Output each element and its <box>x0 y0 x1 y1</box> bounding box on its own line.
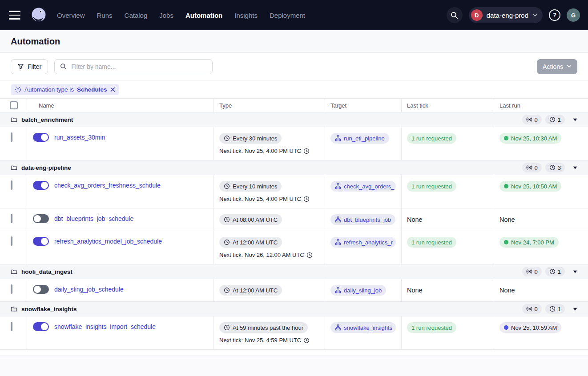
schedule-toggle[interactable] <box>33 322 49 331</box>
group-expand-caret[interactable] <box>573 270 577 273</box>
group-name: data-eng-pipeline <box>21 164 71 171</box>
target-pill[interactable]: dbt_blueprints_job <box>330 214 395 225</box>
filters-toolbar: Filter Actions <box>0 53 588 80</box>
last-run-label: Nov 25, 10:59 AM <box>511 324 557 331</box>
automation-name-link[interactable]: run_assets_30min <box>54 133 105 142</box>
automation-name-link[interactable]: dbt_blueprints_job_schedule <box>54 214 133 223</box>
run-status-dot <box>504 325 508 330</box>
sensor-count-badge: 0 <box>522 267 542 276</box>
schedule-pill-label: Every 30 minutes <box>233 135 277 142</box>
folder-icon <box>11 164 17 171</box>
filter-chip-prefix: Automation type is <box>24 86 74 93</box>
nav-catalog[interactable]: Catalog <box>125 12 148 19</box>
group-name: hooli_data_ingest <box>21 268 72 275</box>
last-run-status[interactable]: Nov 25, 10:59 AM <box>499 322 561 333</box>
clock-icon <box>224 183 230 189</box>
nav-jobs[interactable]: Jobs <box>159 12 173 19</box>
last-tick-status: 1 run requested <box>407 237 456 248</box>
nav-deployment[interactable]: Deployment <box>270 12 305 19</box>
group-row[interactable]: data-eng-pipeline 0 3 <box>0 160 588 175</box>
caret-down-icon <box>573 308 577 311</box>
last-run-status[interactable]: Nov 25, 10:50 AM <box>499 181 561 192</box>
last-run-status[interactable]: Nov 25, 10:30 AM <box>499 133 561 144</box>
group-expand-caret[interactable] <box>573 118 577 121</box>
primary-nav: Overview Runs Catalog Jobs Automation In… <box>57 12 305 19</box>
automation-name-link[interactable]: snowflake_insights_import_schedule <box>54 322 156 331</box>
clock-icon <box>303 337 310 344</box>
job-graph-icon <box>335 324 341 331</box>
automation-name-link[interactable]: check_avg_orders_freshness_schdule <box>54 181 161 190</box>
last-tick-label: 1 run requested <box>411 324 452 331</box>
last-tick-label: 1 run requested <box>411 183 452 190</box>
target-pill[interactable]: check_avg_orders_ <box>330 181 396 192</box>
clock-icon <box>549 306 556 312</box>
nav-automation[interactable]: Automation <box>185 12 222 19</box>
schedule-toggle[interactable] <box>33 285 49 294</box>
last-run-status[interactable]: Nov 24, 7:00 PM <box>499 237 559 248</box>
select-all-checkbox[interactable] <box>10 101 18 109</box>
nav-runs[interactable]: Runs <box>97 12 113 19</box>
group-schedule-count: 1 <box>558 268 561 275</box>
nav-overview[interactable]: Overview <box>57 12 85 19</box>
hamburger-menu-icon[interactable] <box>9 11 20 20</box>
schedule-pill: Every 30 minutes <box>219 133 282 144</box>
clock-icon <box>549 268 556 275</box>
column-header-last-run: Last run <box>494 99 588 112</box>
row-checkbox[interactable] <box>11 236 12 246</box>
next-tick: Next tick: Nov 25, 4:59 PM UTC <box>219 337 319 344</box>
group-row[interactable]: batch_enrichment 0 1 <box>0 112 588 127</box>
filter-button[interactable]: Filter <box>11 59 48 74</box>
group-sensor-count: 0 <box>535 164 538 171</box>
target-pill-label: snowflake_insights <box>344 324 392 331</box>
sensor-count-badge: 0 <box>522 163 542 172</box>
last-run-none: None <box>499 287 515 294</box>
schedule-toggle[interactable] <box>33 181 49 190</box>
target-pill[interactable]: run_etl_pipeline <box>330 133 389 144</box>
schedule-toggle[interactable] <box>33 214 49 223</box>
group-row[interactable]: hooli_data_ingest 0 1 <box>0 264 588 279</box>
filter-chip-value: Schedules <box>77 86 107 93</box>
caret-down-icon <box>573 270 577 273</box>
name-filter-input[interactable] <box>70 63 207 71</box>
row-checkbox[interactable] <box>11 214 12 223</box>
target-pill-label: dbt_blueprints_job <box>344 216 391 223</box>
schedule-pill-label: At 12:00 AM UTC <box>233 239 278 246</box>
target-pill[interactable]: daily_sling_job <box>330 285 386 296</box>
schedule-pill: At 12:00 AM UTC <box>219 237 282 248</box>
active-filter-chip[interactable]: Automation type is Schedules <box>11 84 119 95</box>
automation-name-link[interactable]: daily_sling_job_schedule <box>54 285 124 294</box>
clock-icon <box>224 287 230 293</box>
table-row: run_assets_30min Every 30 minutes Next t… <box>0 127 588 160</box>
automation-name-link[interactable]: refresh_analytics_model_job_schedule <box>54 237 162 246</box>
last-run-label: Nov 24, 7:00 PM <box>511 239 554 246</box>
actions-button[interactable]: Actions <box>537 59 577 74</box>
row-checkbox[interactable] <box>11 284 12 294</box>
user-avatar[interactable]: G <box>567 8 580 22</box>
group-schedule-count: 1 <box>558 306 561 312</box>
target-pill[interactable]: refresh_analytics_r <box>330 237 396 248</box>
group-expand-caret[interactable] <box>573 166 577 169</box>
nav-insights[interactable]: Insights <box>234 12 258 19</box>
schedule-toggle[interactable] <box>33 237 49 246</box>
group-name: snowflake_insights <box>21 306 77 312</box>
schedule-toggle[interactable] <box>33 133 49 142</box>
run-status-dot <box>504 136 508 140</box>
target-pill[interactable]: snowflake_insights <box>330 322 396 333</box>
row-checkbox[interactable] <box>11 132 12 142</box>
clock-icon <box>549 164 556 171</box>
search-icon <box>60 63 67 70</box>
schedule-pill: Every 10 minutes <box>219 181 282 192</box>
search-button[interactable] <box>447 7 463 23</box>
group-expand-caret[interactable] <box>573 308 577 311</box>
row-checkbox[interactable] <box>11 322 12 331</box>
chevron-down-icon <box>567 65 572 68</box>
help-button[interactable]: ? <box>549 9 560 21</box>
deployment-switcher[interactable]: D data-eng-prod <box>469 7 543 23</box>
sensor-icon <box>526 164 532 171</box>
dagster-logo[interactable] <box>29 6 48 24</box>
row-checkbox[interactable] <box>11 180 12 190</box>
close-icon[interactable] <box>110 87 115 92</box>
group-row[interactable]: snowflake_insights 0 1 <box>0 302 588 316</box>
next-tick-text: Next tick: Nov 25, 4:00 PM UTC <box>219 148 301 154</box>
funnel-icon <box>17 63 24 70</box>
